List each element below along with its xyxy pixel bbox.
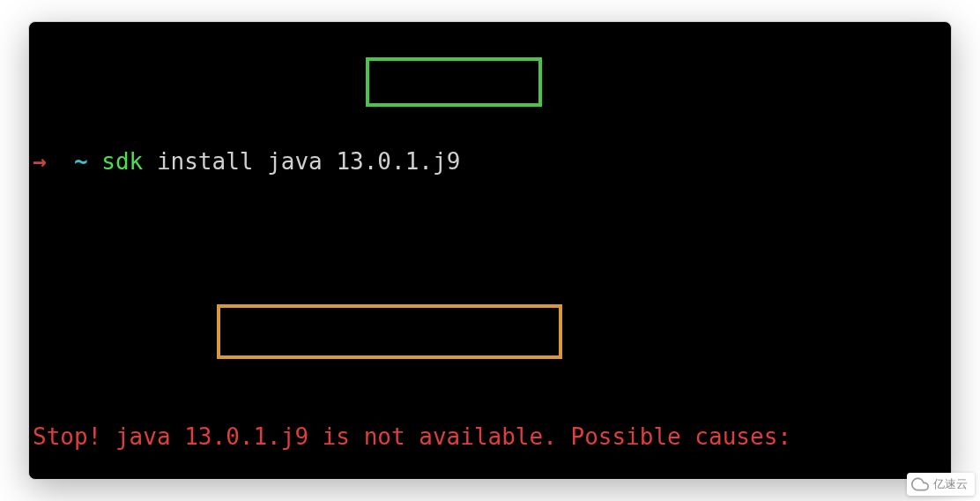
highlight-box-green	[366, 57, 542, 107]
command-line-1: → ~ sdk install java 13.0.1.j9	[29, 145, 951, 179]
watermark-badge: 亿速云	[907, 473, 975, 496]
error-line-1: Stop! java 13.0.1.j9 is not available. P…	[29, 420, 951, 454]
prompt-tilde: ~	[74, 148, 88, 175]
terminal-window: → ~ sdk install java 13.0.1.j9 Stop! jav…	[28, 21, 952, 480]
command-args-1: install java 13.0.1.j9	[157, 148, 460, 175]
command-sdk: sdk	[101, 148, 143, 175]
cloud-icon	[910, 475, 930, 494]
watermark-text: 亿速云	[933, 476, 968, 492]
spacer	[29, 282, 951, 317]
prompt-arrow: →	[33, 148, 47, 175]
terminal-content: → ~ sdk install java 13.0.1.j9 Stop! jav…	[29, 41, 951, 480]
